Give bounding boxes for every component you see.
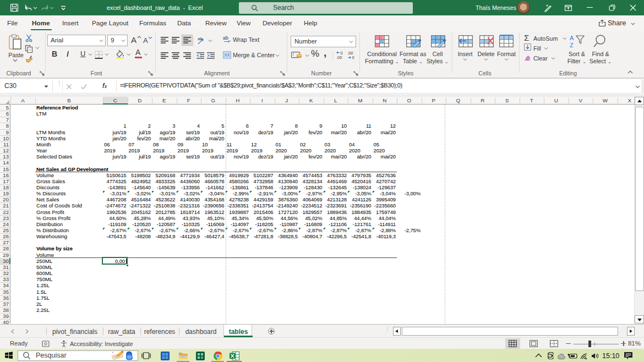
svg-text:0: 0 — [352, 55, 354, 60]
svg-text:ab: ab — [223, 35, 228, 41]
svg-text:A: A — [570, 35, 574, 41]
svg-text:Z: Z — [570, 42, 574, 48]
svg-text:.00: .00 — [336, 55, 342, 60]
svg-text:ab: ab — [198, 36, 203, 41]
